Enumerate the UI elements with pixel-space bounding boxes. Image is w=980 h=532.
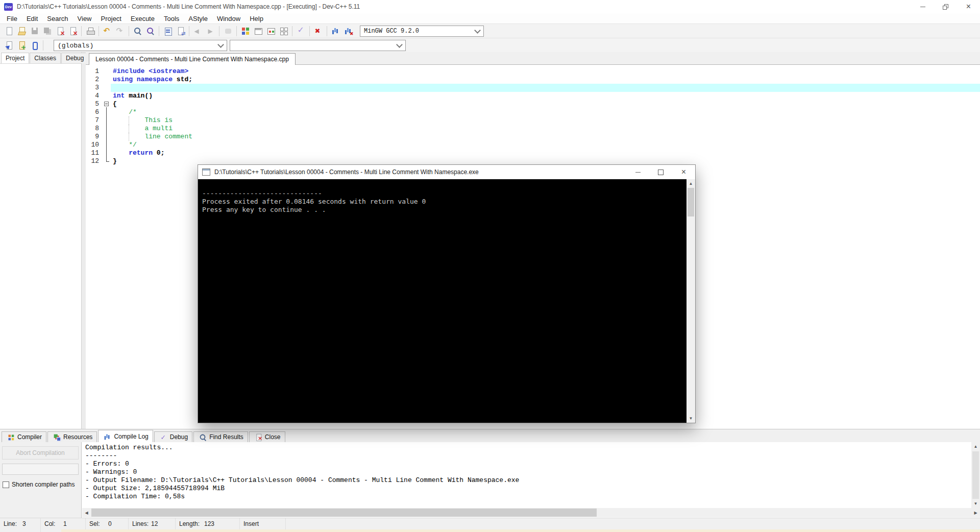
menu-item-search[interactable]: Search [42,14,72,23]
close-file-button[interactable] [54,25,66,37]
log-line: Compilation results... [85,444,971,452]
menu-item-window[interactable]: Window [212,14,245,23]
console-maximize-button[interactable] [649,165,672,179]
scrollbar-thumb[interactable] [972,451,979,499]
code-text: /* [111,108,980,116]
code-line-6[interactable]: 6 /* [86,108,980,116]
fold-toggle-icon[interactable] [103,100,111,108]
menu-item-edit[interactable]: Edit [22,14,42,23]
scroll-up-icon[interactable] [687,179,695,188]
profile-button[interactable] [329,25,342,37]
bottom-tab-compile-log[interactable]: Compile Log [98,430,153,442]
scroll-down-icon[interactable] [971,499,980,508]
globals-select-value: (globals) [58,42,93,50]
compiler-select[interactable]: MinGW GCC 9.2.0 [360,26,484,37]
log-line: - Output Filename: D:\Tutorials\C++ Tuto… [85,476,971,485]
code-line-3[interactable]: 3 [86,84,980,92]
print-button[interactable] [84,25,96,37]
bottom-tab-find-results[interactable]: Find Results [193,431,248,442]
fold-gutter [103,76,111,84]
menu-item-file[interactable]: File [2,14,22,23]
code-line-8[interactable]: 8 a multi [86,125,980,133]
checkbox-icon[interactable] [3,481,9,488]
console-line: Press any key to continue . . . [202,206,684,214]
sidebar-tab-project[interactable]: Project [1,53,29,63]
toolbar-separator [309,26,310,36]
compile-button[interactable] [239,25,252,37]
bottom-tab-resources[interactable]: Resources [47,431,97,442]
sidebar-tab-classes[interactable]: Classes [30,53,61,63]
minimize-button[interactable] [911,0,934,13]
console-minimize-button[interactable] [626,165,649,179]
status-value: 123 [204,520,214,527]
open-file-button[interactable] [15,25,28,37]
code-line-2[interactable]: 2using namespace std; [86,76,980,84]
swap-header-source-button[interactable] [174,25,187,37]
find-button[interactable] [131,25,144,37]
bottom-tab-debug[interactable]: Debug [154,431,192,442]
scroll-right-icon[interactable] [971,509,980,517]
menu-item-project[interactable]: Project [96,14,126,23]
goto-line-icon [163,26,173,36]
status-label: Line: [4,520,17,527]
console-scrollbar[interactable] [687,179,695,423]
code-line-11[interactable]: 11 return 0; [86,149,980,157]
code-line-4[interactable]: 4int main() [86,92,980,100]
capsule-button[interactable] [28,39,41,52]
code-text: line comment [111,133,980,141]
code-line-7[interactable]: 7 This is [86,116,980,125]
delete-profiling-button[interactable] [342,25,355,37]
run-button[interactable] [252,25,264,37]
scroll-up-icon[interactable] [971,442,980,451]
log-horizontal-scrollbar[interactable] [82,508,980,517]
menu-item-view[interactable]: View [73,14,96,23]
replace-button[interactable] [144,25,157,37]
log-vertical-scrollbar[interactable] [971,442,980,508]
close-button[interactable] [957,0,980,13]
fold-gutter [103,125,111,133]
members-select[interactable] [230,40,406,51]
close-all-button[interactable] [66,25,79,37]
bottom-tab-label: Debug [170,433,188,441]
rebuild-all-button[interactable] [277,25,290,37]
console-text: ------------------------------Process ex… [202,181,684,214]
log-line: - Compilation Time: 0,58s [85,493,971,501]
menu-item-help[interactable]: Help [245,14,268,23]
code-line-5[interactable]: 5{ [86,100,980,108]
sidebar-tab-debug[interactable]: Debug [61,53,88,63]
page-arrow-button[interactable] [3,39,15,52]
page-plus-button[interactable] [15,39,28,52]
console-title-bar[interactable]: D:\Tutorials\C++ Tutorials\Lesson 00004 … [198,165,695,179]
code-line-1[interactable]: 1#include <iostream> [86,67,980,76]
toolbar-separator [129,26,129,36]
console-close-button[interactable] [672,165,695,179]
code-line-10[interactable]: 10 */ [86,141,980,149]
bottom-tab-compiler[interactable]: Compiler [2,431,46,442]
compile-run-button[interactable] [264,25,277,37]
code-token: #include <iostream> [113,67,188,75]
code-line-9[interactable]: 9 line comment [86,133,980,141]
scroll-down-icon[interactable] [687,414,695,423]
menu-item-execute[interactable]: Execute [126,14,159,23]
scrollbar-thumb[interactable] [91,509,597,517]
editor-tab[interactable]: Lesson 00004 - Comments - Multi Line Com… [89,53,296,65]
syntax-check-button[interactable] [295,25,307,37]
restore-button[interactable] [934,0,957,13]
shorten-paths-checkbox[interactable]: Shorten compiler paths [3,481,75,488]
globals-select[interactable]: (globals) [54,40,227,51]
scroll-left-icon[interactable] [82,509,91,517]
scrollbar-thumb[interactable] [688,188,694,216]
bottom-tab-close[interactable]: Close [249,431,285,442]
close-icon [681,167,686,177]
menu-item-tools[interactable]: Tools [159,14,184,23]
log-chart-icon [103,432,111,440]
line-number: 2 [86,76,103,84]
line-number: 11 [86,149,103,157]
undo-button[interactable] [101,25,114,37]
redo-icon [115,26,126,36]
menu-item-astyle[interactable]: AStyle [184,14,212,23]
abort-compilation-button[interactable] [312,25,325,37]
new-file-button[interactable] [3,25,15,37]
goto-line-button[interactable] [161,25,174,37]
compile-run-icon [266,26,276,36]
